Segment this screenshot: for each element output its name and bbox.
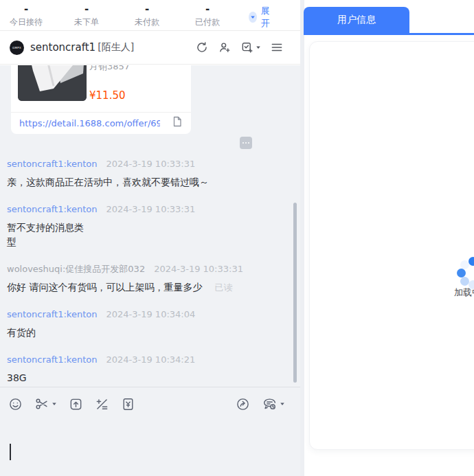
price-adjust-icon[interactable] [95,397,109,411]
message-text: 暂不支持的消息类 型 [7,222,84,247]
stat-label: 今日接待 [10,16,43,28]
product-card[interactable]: 月销3857 ¥11.50 https://detail.1688.com/of… [11,65,191,134]
message-sender: sentoncraft1:kenton [7,354,97,365]
message-body: 暂不支持的消息类 型 [7,220,270,249]
message-time: 2024-3-19 10:34:04 [106,309,195,319]
composer [0,387,300,476]
chat-scrollbar[interactable] [293,203,297,383]
user-info-card: 加载中... [309,41,474,450]
loading-spinner-icon [456,256,474,289]
message-time: 2024-3-19 10:33:31 [154,264,243,274]
message-item: woloveshuqi:促佳搜品开发部0322024-3-19 10:33:31… [7,264,270,295]
message-body: 亲，这款商品正在活动中，喜欢就不要错过哦～ [7,175,270,190]
stat-item: - 今日接待 [7,3,45,28]
stats-container: - 今日接待 - 未下单 - 未付款 - 已付款 [7,3,249,28]
composer-toolbar [0,387,300,411]
chat-header: GMPX sentoncraft1 [陌生人] [0,31,300,65]
stat-value: - [84,3,89,14]
message-header: woloveshuqi:促佳搜品开发部0322024-3-19 10:33:31 [7,264,270,275]
stat-item: - 未付款 [128,3,166,28]
forward-icon[interactable] [236,397,250,411]
stat-item: - 未下单 [67,3,106,28]
message-text: 有货的 [7,327,36,338]
message-body: 38G [7,371,270,385]
message-time: 2024-3-19 10:34:21 [106,354,195,365]
menu-icon[interactable] [270,41,284,54]
chevron-down-icon [249,12,257,23]
message-sender: sentoncraft1:kenton [7,159,97,169]
message-sender: sentoncraft1:kenton [7,309,97,319]
tab-user-info[interactable]: 用户信息 [304,7,409,33]
message-read-status: 已读 [214,282,232,293]
image-upload-icon[interactable] [69,397,83,411]
stat-value: - [205,3,210,14]
document-icon[interactable] [172,116,182,130]
user-info-panel: 用户信息 加载中... [300,0,474,476]
message-item: sentoncraft1:kenton2024-3-19 10:33:31 暂不… [7,204,270,249]
payment-icon[interactable] [121,397,135,411]
chat-history-icon[interactable] [262,396,285,411]
divider [11,112,191,113]
refresh-icon[interactable] [195,41,209,54]
message-sender: sentoncraft1:kenton [7,204,97,214]
more-actions-button[interactable] [240,137,252,149]
product-link[interactable]: https://detail.1688.com/offer/69... [19,118,160,128]
add-contact-icon[interactable] [218,41,232,54]
message-sender: woloveshuqi:促佳搜品开发部032 [7,264,145,274]
expand-label: 展开 [261,5,274,30]
tab-underline [304,33,474,35]
message-body: 有货的 [7,326,270,340]
message-list: sentoncraft1:kenton2024-3-19 10:33:31 亲，… [7,159,270,387]
message-text: 你好 请问这个有货吗，可以上架吗，重量多少 [7,282,202,293]
message-item: sentoncraft1:kenton2024-3-19 10:34:04 有货… [7,309,270,340]
contact-name: sentoncraft1 [30,41,95,54]
emoji-icon[interactable] [8,397,23,411]
stat-value: - [24,3,28,14]
screenshot-icon[interactable] [34,396,57,411]
stats-bar: - 今日接待 - 未下单 - 未付款 - 已付款 [0,0,300,31]
panel-divider [300,0,304,476]
product-price: ¥11.50 [89,89,126,102]
seller-chat-workbench: - 今日接待 - 未下单 - 未付款 - 已付款 [0,0,474,476]
message-input[interactable] [0,413,300,476]
product-monthly-sales: 月销3857 [89,65,130,73]
stat-item: - 已付款 [188,3,227,28]
contact-tag: [陌生人] [98,41,134,54]
message-time: 2024-3-19 10:33:31 [106,159,195,169]
chat-header-actions [195,41,284,54]
chevron-down-icon [280,401,285,407]
message-header: sentoncraft1:kenton2024-3-19 10:33:31 [7,159,270,170]
create-task-icon[interactable] [240,41,261,54]
message-body: 你好 请问这个有货吗，可以上架吗，重量多少已读 [7,280,270,295]
message-area[interactable]: 月销3857 ¥11.50 https://detail.1688.com/of… [0,65,300,387]
avatar: GMPX [10,41,24,55]
message-header: sentoncraft1:kenton2024-3-19 10:34:21 [7,354,270,365]
loading-text: 加载中... [454,286,474,299]
stat-value: - [145,3,149,14]
message-time: 2024-3-19 10:33:31 [106,204,195,214]
chevron-down-icon [256,45,261,50]
chat-column: - 今日接待 - 未下单 - 未付款 - 已付款 [0,0,300,476]
stat-label: 已付款 [195,16,220,28]
text-cursor [10,444,11,460]
expand-button[interactable]: 展开 [249,3,300,30]
message-text: 38G [7,372,27,383]
message-header: sentoncraft1:kenton2024-3-19 10:33:31 [7,204,270,215]
product-image [18,65,87,101]
message-text: 亲，这款商品正在活动中，喜欢就不要错过哦～ [7,177,209,188]
message-header: sentoncraft1:kenton2024-3-19 10:34:04 [7,309,270,320]
message-item: sentoncraft1:kenton2024-3-19 10:34:21 38… [7,354,270,385]
stat-label: 未付款 [135,16,159,28]
message-item: sentoncraft1:kenton2024-3-19 10:33:31 亲，… [7,159,270,190]
chevron-down-icon [52,401,57,407]
stat-label: 未下单 [74,16,99,28]
